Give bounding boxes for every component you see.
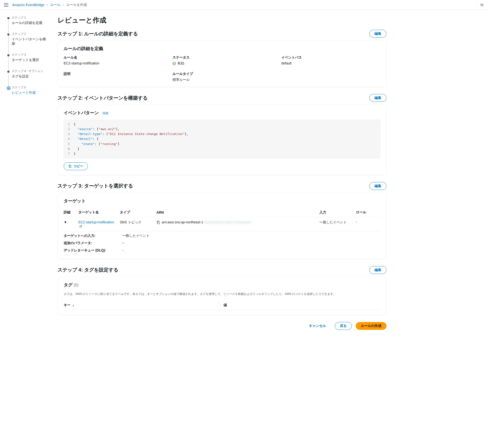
edit-step-1-button[interactable]: 編集	[369, 30, 386, 38]
step-label: タグを設定	[12, 74, 29, 78]
step-num: ステップ 1	[12, 16, 49, 20]
edit-step-3-button[interactable]: 編集	[369, 182, 386, 190]
step-num: ステップ 4 - オプション	[12, 69, 49, 73]
step-1[interactable]: ステップ 1 ルールの詳細を定義	[6, 16, 49, 32]
col-tag-key[interactable]: キー▲	[64, 301, 219, 310]
section-4-title: ステップ 4: タグを設定する	[58, 267, 369, 273]
step-3[interactable]: ステップ 3 ターゲットを選択	[6, 53, 49, 69]
breadcrumb-rules[interactable]: ルール	[50, 3, 61, 7]
sort-icon: ▲	[72, 304, 75, 307]
value-rule-name: EC2-startup-notification	[64, 61, 163, 65]
expand-row-icon[interactable]: ▼	[64, 220, 67, 224]
target-row: ▼ EC2-startup-notification SNS トピック	[64, 217, 380, 231]
col-input: 入力	[319, 208, 356, 217]
step-label: ルールの詳細を定義	[12, 21, 42, 25]
copy-arn-icon[interactable]	[156, 220, 160, 224]
divider	[477, 2, 477, 8]
step-num: ステップ 3	[12, 53, 49, 57]
tags-description: タグは、AWS のリソースに割り当てるラベルです。各タグは、キーとオプションの値…	[64, 292, 380, 296]
col-tag-value: 値	[219, 301, 380, 310]
label-status: ステータス	[173, 55, 272, 60]
breadcrumb-service[interactable]: Amazon EventBridge	[12, 3, 44, 7]
external-link-icon	[79, 225, 82, 228]
value-rule-type: 標準ルール	[173, 78, 272, 82]
copy-icon	[68, 165, 72, 168]
col-target-name: ターゲット名	[78, 208, 120, 217]
section-1-title: ステップ 1: ルールの詳細を定義する	[58, 31, 369, 37]
breadcrumb-current: ルールを作成	[66, 3, 87, 7]
label-target-input: ターゲットへの入力:	[64, 234, 112, 238]
col-arn: ARN	[156, 208, 319, 217]
step-nav: ステップ 1 ルールの詳細を定義 ステップ 2 イベントパターンを構築 ステップ…	[0, 10, 49, 340]
targets-panel: ターゲット 詳細 ターゲット名 タイプ ARN 入力 ロール ▼	[58, 193, 386, 259]
label-description: 説明	[64, 72, 163, 76]
step-num: ステップ 5	[12, 85, 49, 90]
value-target-input: 一致したイベント	[122, 234, 150, 238]
gear-icon[interactable]	[480, 3, 484, 7]
target-type: SNS トピック	[120, 217, 156, 231]
value-event-bus: default	[281, 61, 380, 65]
svg-point-0	[481, 4, 483, 5]
tags-panel: タグ (0) タグは、AWS のリソースに割り当てるラベルです。各タグは、キーと…	[58, 277, 386, 315]
step-num: ステップ 2	[12, 32, 49, 36]
panel-title: ターゲット	[64, 198, 380, 204]
chevron-right-icon: ›	[63, 3, 64, 7]
section-2-title: ステップ 2: イベントパターンを構築する	[58, 95, 369, 101]
svg-rect-3	[158, 222, 160, 224]
chevron-right-icon: ›	[47, 3, 48, 7]
label-additional-params: 追加のパラメータ:	[64, 241, 112, 245]
footer-actions: キャンセル 戻る ルールの作成	[58, 322, 386, 330]
panel-title: タグ (0)	[64, 282, 380, 288]
event-pattern-panel: イベントパターン 情報 1{ 2 "source": ["aws.ec2"], …	[58, 105, 386, 175]
info-link[interactable]: 情報	[102, 112, 108, 115]
panel-title: ルールの詳細を定義	[64, 46, 380, 52]
target-arn: arn:aws:sns:ap-northeast-1xxxxxxxxxxxx:x…	[162, 220, 251, 224]
col-role: ロール	[356, 208, 380, 217]
menu-icon[interactable]	[4, 3, 8, 7]
target-input: 一致したイベント	[319, 217, 356, 231]
copy-button[interactable]: コピー	[64, 162, 88, 170]
value-dlq: -	[122, 248, 123, 253]
target-name-link[interactable]: EC2-startup-notification	[78, 220, 114, 228]
tags-count: (0)	[74, 283, 79, 287]
step-5[interactable]: ステップ 5 レビューと作成	[6, 85, 49, 102]
step-4[interactable]: ステップ 4 - オプション タグを設定	[6, 69, 49, 85]
back-button[interactable]: 戻る	[335, 322, 352, 330]
value-additional-params: --	[122, 241, 124, 245]
edit-step-4-button[interactable]: 編集	[369, 266, 386, 274]
col-detail: 詳細	[64, 208, 78, 217]
step-label: イベントパターンを構築	[12, 37, 46, 45]
label-rule-name: ルール名	[64, 55, 163, 60]
label-rule-type: ルールタイプ	[173, 72, 272, 76]
panel-title: イベントパターン 情報	[64, 110, 380, 116]
breadcrumb: Amazon EventBridge › ルール › ルールを作成	[12, 3, 87, 7]
label-dlq: デッドレターキュー (DLQ):	[64, 248, 112, 253]
rule-detail-panel: ルールの詳細を定義 ルール名 EC2-startup-notification …	[58, 41, 386, 87]
target-role: -	[356, 217, 380, 231]
value-status: 有効	[173, 61, 184, 66]
label-event-bus: イベントバス	[281, 55, 380, 60]
step-label: ターゲットを選択	[12, 58, 39, 62]
cancel-button[interactable]: キャンセル	[304, 322, 331, 330]
edit-step-2-button[interactable]: 編集	[369, 94, 386, 102]
col-type: タイプ	[120, 208, 156, 217]
section-3-title: ステップ 3: ターゲットを選択する	[58, 183, 369, 189]
create-rule-button[interactable]: ルールの作成	[356, 322, 386, 330]
step-label: レビューと作成	[12, 91, 36, 94]
event-pattern-code: 1{ 2 "source": ["aws.ec2"], 3 "detail-ty…	[64, 120, 380, 158]
check-circle-icon	[173, 62, 176, 65]
step-2[interactable]: ステップ 2 イベントパターンを構築	[6, 32, 49, 53]
svg-rect-2	[69, 166, 71, 167]
page-title: レビューと作成	[58, 16, 386, 25]
